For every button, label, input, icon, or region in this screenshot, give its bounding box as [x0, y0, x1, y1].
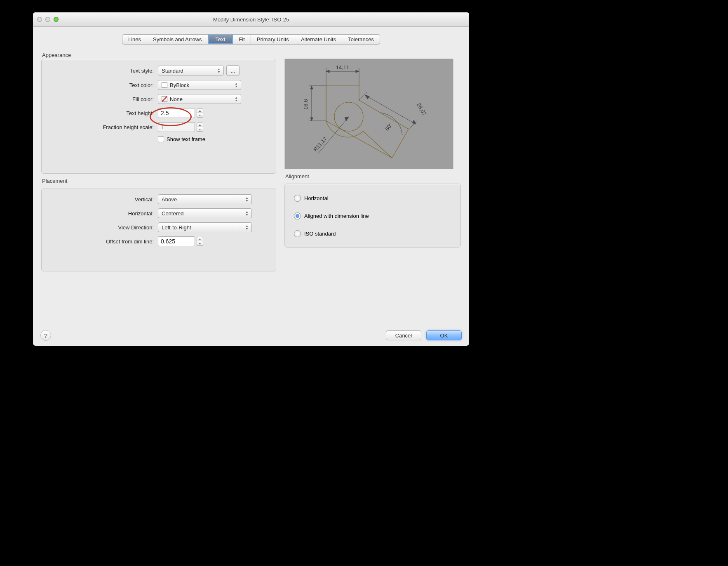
offset-input[interactable]: [158, 236, 195, 246]
stepper-up-icon[interactable]: ▲: [197, 237, 203, 241]
vertical-label: Vertical:: [48, 196, 158, 203]
popup-arrows-icon: ▲▼: [216, 67, 222, 74]
placement-group: Vertical: Above ▲▼ Horizontal: Centered …: [41, 188, 276, 271]
stepper-up-icon[interactable]: ▲: [197, 108, 203, 113]
tab-tolerances[interactable]: Tolerances: [342, 35, 380, 44]
text-height-input[interactable]: [158, 108, 195, 118]
dialog-window: Modify Dimension Style: ISO-25 Lines Sym…: [33, 12, 469, 346]
offset-label: Offset from dim line:: [48, 238, 158, 245]
text-style-label: Text style:: [48, 68, 158, 74]
text-style-value: Standard: [162, 68, 183, 74]
byblock-swatch-icon: [162, 82, 167, 88]
alignment-horizontal-radio[interactable]: [294, 195, 301, 202]
horizontal-value: Centered: [162, 210, 183, 217]
svg-marker-10: [310, 86, 313, 89]
titlebar: Modify Dimension Style: ISO-25: [33, 12, 469, 27]
text-color-value: ByBlock: [170, 82, 189, 88]
fill-color-value: None: [170, 96, 183, 102]
alignment-aligned-label: Aligned with dimension line: [304, 213, 369, 219]
text-color-label: Text color:: [48, 82, 158, 88]
popup-arrows-icon: ▲▼: [233, 81, 239, 89]
preview-dim-left: 16,6: [303, 99, 309, 109]
tab-symbols-arrows[interactable]: Symbols and Arrows: [147, 35, 208, 44]
preview-dim-diag: 28,07: [416, 102, 427, 117]
horizontal-popup[interactable]: Centered ▲▼: [158, 208, 252, 218]
stepper-down-icon[interactable]: ▼: [197, 241, 203, 246]
text-style-popup[interactable]: Standard ▲▼: [158, 66, 224, 75]
svg-marker-15: [365, 95, 369, 99]
alignment-iso-label: ISO standard: [304, 231, 336, 237]
text-color-popup[interactable]: ByBlock ▲▼: [158, 80, 241, 90]
alignment-horizontal-label: Horizontal: [304, 195, 329, 201]
offset-stepper[interactable]: ▲ ▼: [197, 237, 203, 246]
view-direction-popup[interactable]: Left-to-Right ▲▼: [158, 222, 252, 232]
tab-lines[interactable]: Lines: [122, 35, 147, 44]
close-window-button[interactable]: [37, 17, 42, 22]
stepper-up-icon[interactable]: ▲: [197, 123, 203, 127]
tab-alternate-units[interactable]: Alternate Units: [295, 35, 342, 44]
help-button[interactable]: ?: [40, 330, 51, 341]
alignment-iso-radio[interactable]: [294, 230, 301, 237]
tab-fit[interactable]: Fit: [233, 35, 251, 44]
svg-marker-11: [310, 118, 313, 121]
view-direction-label: View Direction:: [48, 224, 158, 231]
view-direction-value: Left-to-Right: [162, 224, 191, 231]
window-title: Modify Dimension Style: ISO-25: [33, 17, 469, 23]
tab-text[interactable]: Text: [208, 35, 233, 44]
show-text-frame-label: Show text frame: [167, 136, 205, 142]
bottom-bar: ? Cancel OK: [33, 325, 469, 346]
appearance-group: Text style: Standard ▲▼ ... Text color:: [41, 59, 276, 174]
placement-heading: Placement: [41, 176, 276, 185]
alignment-heading: Alignment: [284, 172, 461, 180]
tab-bar: Lines Symbols and Arrows Text Fit Primar…: [33, 34, 469, 45]
alignment-aligned-radio[interactable]: [294, 212, 301, 219]
none-swatch-icon: [162, 96, 167, 102]
vertical-value: Above: [162, 196, 177, 203]
alignment-group: Horizontal Aligned with dimension line I…: [284, 184, 461, 248]
stepper-down-icon[interactable]: ▼: [197, 113, 203, 118]
ok-button[interactable]: OK: [426, 330, 462, 340]
text-height-label: Text height:: [48, 110, 158, 116]
svg-marker-18: [345, 117, 349, 121]
stepper-down-icon[interactable]: ▼: [197, 127, 203, 132]
preview-dim-top: 14,11: [336, 64, 350, 71]
fraction-scale-stepper[interactable]: ▲ ▼: [197, 123, 203, 132]
traffic-lights: [37, 17, 59, 22]
popup-arrows-icon: ▲▼: [244, 224, 250, 231]
horizontal-label: Horizontal:: [48, 210, 158, 217]
cancel-button[interactable]: Cancel: [386, 330, 421, 340]
fraction-scale-label: Fraction height scale:: [48, 124, 158, 130]
popup-arrows-icon: ▲▼: [233, 95, 239, 103]
svg-marker-6: [356, 70, 359, 73]
preview-dim-angle: 60°: [384, 122, 394, 132]
text-height-stepper[interactable]: ▲ ▼: [197, 108, 203, 118]
fill-color-label: Fill color:: [48, 96, 158, 102]
dimension-preview: 14,11 16,6 28,07 60° R11,17: [284, 59, 453, 169]
zoom-window-button[interactable]: [54, 17, 59, 22]
tab-primary-units[interactable]: Primary Units: [251, 35, 295, 44]
svg-line-17: [318, 117, 349, 154]
fill-color-popup[interactable]: None ▲▼: [158, 94, 241, 104]
minimize-window-button[interactable]: [45, 17, 50, 22]
tab-strip: Lines Symbols and Arrows Text Fit Primar…: [122, 34, 380, 45]
vertical-popup[interactable]: Above ▲▼: [158, 194, 252, 204]
popup-arrows-icon: ▲▼: [244, 210, 250, 217]
svg-marker-5: [326, 70, 329, 73]
show-text-frame-checkbox[interactable]: [158, 136, 164, 142]
popup-arrows-icon: ▲▼: [244, 196, 250, 203]
fraction-scale-input: [158, 122, 195, 132]
appearance-heading: Appearance: [41, 50, 276, 59]
text-style-more-button[interactable]: ...: [226, 65, 240, 76]
